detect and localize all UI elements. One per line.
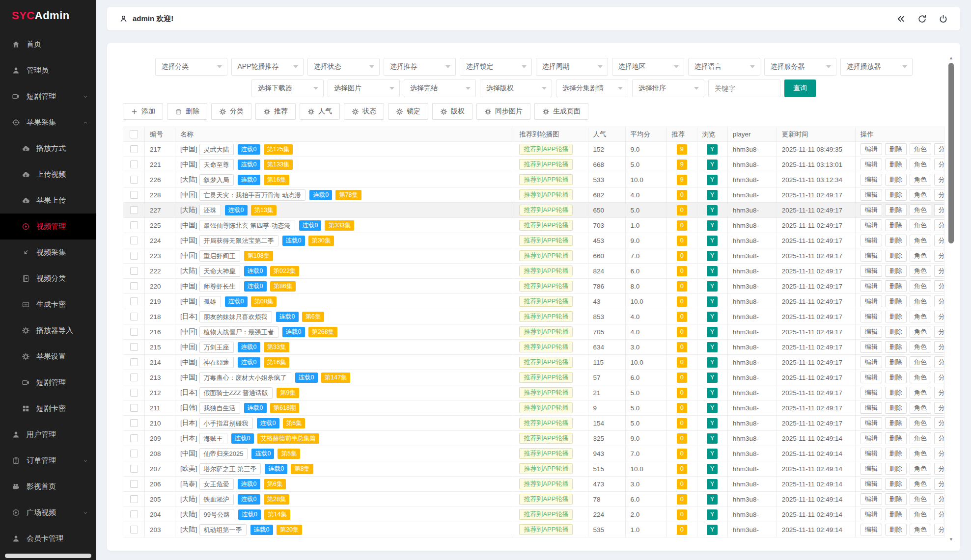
delete-button[interactable]: 删除 <box>885 204 907 216</box>
filter-select-language[interactable]: 选择语言 <box>688 58 760 76</box>
recommend-toggle[interactable]: 0 <box>677 373 687 383</box>
recommend-toggle[interactable]: 0 <box>677 251 687 261</box>
delete-button[interactable]: 删除 <box>885 280 907 292</box>
title-input[interactable]: 最强仙尊陈北玄 第四季·动态漫 <box>199 220 295 231</box>
recommend-toggle[interactable]: 0 <box>677 342 687 352</box>
scroll-down-arrow[interactable]: ▼ <box>947 536 955 543</box>
app-carousel-button[interactable]: 推荐到APP轮播 <box>519 281 573 292</box>
refresh-button[interactable] <box>917 14 927 24</box>
title-input[interactable]: 叙梦入局 <box>199 174 234 186</box>
filter-select-player[interactable]: 选择播放器 <box>840 58 913 76</box>
row-checkbox[interactable] <box>130 145 138 153</box>
app-carousel-button[interactable]: 推荐到APP轮播 <box>519 524 573 535</box>
power-button[interactable] <box>938 14 948 24</box>
role-button[interactable]: 角色 <box>910 356 931 368</box>
role-button[interactable]: 角色 <box>910 402 931 414</box>
sidebar-item-drama-mgmt[interactable]: 短剧管理 <box>0 83 96 109</box>
episode-plot-button[interactable]: 分集剧情 <box>934 174 944 186</box>
delete-button[interactable]: 删除 <box>885 143 907 155</box>
recommend-toggle[interactable]: 0 <box>677 266 687 276</box>
role-button[interactable]: 角色 <box>910 493 931 505</box>
edit-button[interactable]: 编辑 <box>860 432 882 444</box>
row-checkbox[interactable] <box>130 221 138 229</box>
recommend-toggle[interactable]: 0 <box>677 418 687 428</box>
episode-plot-button[interactable]: 分集剧情 <box>934 326 944 338</box>
sync-images-button[interactable]: 同步图片 <box>476 103 530 120</box>
app-carousel-button[interactable]: 推荐到APP轮播 <box>519 402 573 413</box>
edit-button[interactable]: 编辑 <box>860 295 882 307</box>
edit-button[interactable]: 编辑 <box>860 311 882 322</box>
edit-button[interactable]: 编辑 <box>860 387 882 399</box>
role-button[interactable]: 角色 <box>910 372 931 383</box>
recommend-toggle[interactable]: 0 <box>677 220 687 231</box>
row-checkbox[interactable] <box>130 526 138 533</box>
view-toggle[interactable]: Y <box>707 494 718 505</box>
delete-button[interactable]: 删除 <box>885 508 907 520</box>
role-button[interactable]: 角色 <box>910 159 931 170</box>
title-input[interactable]: 朋友的妹妹只喜欢烦我 <box>199 311 272 322</box>
episode-plot-button[interactable]: 分集剧情 <box>934 387 944 399</box>
edit-button[interactable]: 编辑 <box>860 204 882 216</box>
episode-plot-button[interactable]: 分集剧情 <box>934 417 944 429</box>
app-carousel-button[interactable]: 推荐到APP轮播 <box>519 494 573 505</box>
episode-plot-button[interactable]: 分集剧情 <box>934 250 944 262</box>
episode-plot-button[interactable]: 分集剧情 <box>934 356 944 368</box>
recommend-toggle[interactable]: 0 <box>677 236 687 246</box>
episode-plot-button[interactable]: 分集剧情 <box>934 493 944 505</box>
delete-button[interactable]: 删除 <box>885 493 907 505</box>
app-carousel-button[interactable]: 推荐到APP轮播 <box>519 433 573 444</box>
title-input[interactable]: 假面骑士ZZZ 普通话版 <box>199 387 273 399</box>
view-toggle[interactable]: Y <box>707 418 718 428</box>
delete-button[interactable]: 删除 <box>885 174 907 186</box>
title-input[interactable]: 我独自生活 <box>199 402 240 414</box>
recommend-toggle[interactable]: 0 <box>677 388 687 398</box>
edit-button[interactable]: 编辑 <box>860 478 882 490</box>
role-button[interactable]: 角色 <box>910 448 931 459</box>
title-input[interactable]: 仙帝归来2025 <box>199 448 248 459</box>
edit-button[interactable]: 编辑 <box>860 356 882 368</box>
view-toggle[interactable]: Y <box>707 312 718 322</box>
filter-select-copyright[interactable]: 选择版权 <box>480 80 552 97</box>
row-checkbox[interactable] <box>130 480 138 488</box>
view-toggle[interactable]: Y <box>707 373 718 383</box>
recommend-toggle[interactable]: 0 <box>677 190 687 200</box>
view-toggle[interactable]: Y <box>707 357 718 368</box>
row-checkbox[interactable] <box>130 404 138 412</box>
recommend-toggle[interactable]: 9 <box>677 175 687 185</box>
title-input[interactable]: 99号公路 <box>199 509 234 520</box>
episode-plot-button[interactable]: 分集剧情 <box>934 311 944 322</box>
app-carousel-button[interactable]: 推荐到APP轮播 <box>519 311 573 322</box>
delete-button[interactable]: 删除 <box>885 448 907 459</box>
view-toggle[interactable]: Y <box>707 281 718 292</box>
recommend-toggle[interactable]: 0 <box>677 449 687 459</box>
row-checkbox[interactable] <box>130 282 138 290</box>
title-input[interactable]: 小手指君别碰我 <box>199 418 253 429</box>
view-toggle[interactable]: Y <box>707 449 718 459</box>
app-carousel-button[interactable]: 推荐到APP轮播 <box>519 326 573 337</box>
sidebar-scrollbar-thumb[interactable] <box>5 554 91 558</box>
sidebar-item-apple-settings[interactable]: 苹果设置 <box>0 344 96 370</box>
edit-button[interactable]: 编辑 <box>860 265 882 277</box>
app-carousel-button[interactable]: 推荐到APP轮播 <box>519 296 573 307</box>
role-button[interactable]: 角色 <box>910 143 931 155</box>
edit-button[interactable]: 编辑 <box>860 143 882 155</box>
recommend-toggle[interactable]: 0 <box>677 509 687 520</box>
app-carousel-button[interactable]: 推荐到APP轮播 <box>519 418 573 428</box>
title-input[interactable]: 万毒蛊心：废材大小姐杀疯了 <box>199 372 291 383</box>
view-toggle[interactable]: Y <box>707 251 718 261</box>
edit-button[interactable]: 编辑 <box>860 235 882 246</box>
view-toggle[interactable]: Y <box>707 190 718 200</box>
edit-button[interactable]: 编辑 <box>860 402 882 414</box>
sidebar-item-apple-upload[interactable]: 苹果上传 <box>0 187 96 213</box>
episode-plot-button[interactable]: 分集剧情 <box>934 159 944 170</box>
sidebar-item-gen-cardkey[interactable]: 生成卡密 <box>0 292 96 318</box>
recommend-toggle[interactable]: 0 <box>677 494 687 505</box>
filter-select-episode-plot[interactable]: 选择分集剧情 <box>556 80 628 97</box>
sidebar-item-drama-cardkey[interactable]: 短剧卡密 <box>0 396 96 422</box>
sidebar-item-movie-home[interactable]: 影视首页 <box>0 474 96 500</box>
sidebar-item-play-mode[interactable]: 播放方式 <box>0 135 96 161</box>
edit-button[interactable]: 编辑 <box>860 280 882 292</box>
recommend-toggle[interactable]: 0 <box>677 433 687 444</box>
edit-button[interactable]: 编辑 <box>860 372 882 383</box>
edit-button[interactable]: 编辑 <box>860 508 882 520</box>
